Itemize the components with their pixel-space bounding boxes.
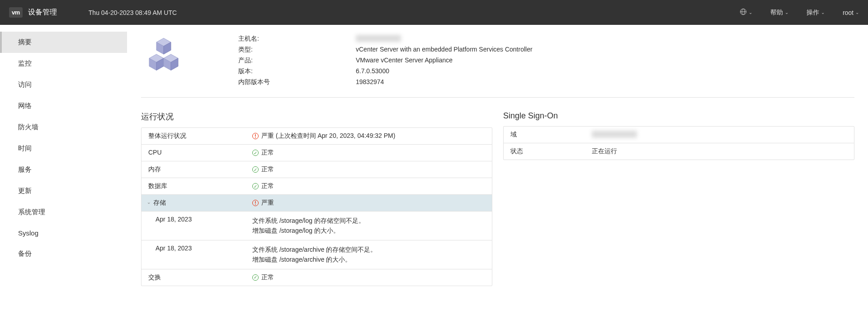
sso-status-value: 正在运行 bbox=[592, 147, 847, 155]
sidebar-item-time[interactable]: 时间 bbox=[0, 138, 127, 159]
hostname-label: 主机名: bbox=[238, 35, 356, 43]
health-row-swap: 交换 ✓ 正常 bbox=[142, 269, 492, 286]
top-header: vm 设备管理 Thu 04-20-2023 08:49 AM UTC ⌄ 帮助… bbox=[0, 0, 868, 25]
health-row-cpu: CPU ✓ 正常 bbox=[142, 145, 492, 161]
actions-menu[interactable]: 操作 ⌄ bbox=[807, 9, 825, 17]
health-storage-detail-2: Apr 18, 2023 文件系统 /storage/archive 的存储空间… bbox=[142, 240, 492, 269]
ok-status-icon: ✓ bbox=[252, 150, 259, 156]
swap-label: 交换 bbox=[148, 273, 252, 282]
version-label: 版本: bbox=[238, 67, 356, 75]
health-row-overall: 整体运行状况 ! 严重 (上次检查时间 Apr 20, 2023, 04:49:… bbox=[142, 128, 492, 145]
type-value: vCenter Server with an embedded Platform… bbox=[356, 46, 533, 54]
health-storage-detail-1: Apr 18, 2023 文件系统 /storage/log 的存储空间不足。 … bbox=[142, 212, 492, 240]
storage-status-text: 严重 bbox=[261, 199, 274, 207]
chevron-down-icon: ⌄ bbox=[855, 10, 859, 15]
health-row-memory: 内存 ✓ 正常 bbox=[142, 161, 492, 178]
app-title: 设备管理 bbox=[28, 8, 57, 17]
memory-status-text: 正常 bbox=[261, 165, 274, 174]
sso-table: 域 ████████ 状态 正在运行 bbox=[503, 126, 854, 160]
detail-message-line1: 文件系统 /storage/log 的存储空间不足。 bbox=[252, 216, 485, 226]
sso-row-domain: 域 ████████ bbox=[504, 127, 854, 143]
storage-label: 存储 bbox=[153, 199, 166, 207]
sidebar-item-administration[interactable]: 系统管理 bbox=[0, 202, 127, 223]
critical-status-icon: ! bbox=[252, 200, 259, 206]
sidebar-item-firewall[interactable]: 防火墙 bbox=[0, 117, 127, 138]
chevron-down-icon: ⌄ bbox=[785, 10, 788, 15]
cpu-label: CPU bbox=[148, 149, 252, 156]
memory-label: 内存 bbox=[148, 165, 252, 174]
health-row-database: 数据库 ✓ 正常 bbox=[142, 178, 492, 195]
product-value: VMware vCenter Server Appliance bbox=[356, 56, 453, 65]
product-label: 产品: bbox=[238, 56, 356, 65]
sso-panel: Single Sign-On 域 ████████ 状态 正在运行 bbox=[503, 111, 854, 286]
detail-message-line1: 文件系统 /storage/archive 的存储空间不足。 bbox=[252, 245, 485, 254]
sidebar-item-syslog[interactable]: Syslog bbox=[0, 223, 127, 243]
detail-date: Apr 18, 2023 bbox=[148, 245, 252, 252]
ok-status-icon: ✓ bbox=[252, 274, 259, 281]
sidebar-item-monitor[interactable]: 监控 bbox=[0, 53, 127, 74]
detail-message-line2: 增加磁盘 /storage/log 的大小。 bbox=[252, 226, 485, 235]
chevron-down-icon: ⌄ bbox=[821, 10, 825, 15]
sso-title: Single Sign-On bbox=[503, 111, 854, 121]
overall-health-label: 整体运行状况 bbox=[148, 132, 252, 140]
language-menu[interactable]: ⌄ bbox=[740, 8, 752, 17]
vmware-logo-icon: vm bbox=[9, 7, 23, 18]
swap-status-text: 正常 bbox=[261, 273, 274, 282]
type-label: 类型: bbox=[238, 46, 356, 54]
sidebar-item-services[interactable]: 服务 bbox=[0, 159, 127, 180]
critical-status-icon: ! bbox=[252, 133, 259, 139]
detail-date: Apr 18, 2023 bbox=[148, 216, 252, 223]
user-menu[interactable]: root ⌄ bbox=[843, 9, 859, 16]
help-menu[interactable]: 帮助 ⌄ bbox=[770, 9, 788, 17]
sidebar-item-summary[interactable]: 摘要 bbox=[0, 32, 127, 53]
sidebar: 摘要 监控 访问 网络 防火墙 时间 服务 更新 系统管理 Syslog 备份 bbox=[0, 25, 127, 320]
sso-row-status: 状态 正在运行 bbox=[504, 143, 854, 160]
appliance-cubes-icon bbox=[146, 35, 186, 75]
main-content: 主机名: ████████ 类型: vCenter Server with an… bbox=[127, 25, 868, 320]
sso-domain-value: ████████ bbox=[592, 131, 847, 139]
health-panel: 运行状况 整体运行状况 ! 严重 (上次检查时间 Apr 20, 2023, 0… bbox=[141, 111, 492, 286]
build-label: 内部版本号 bbox=[238, 78, 356, 86]
database-status-text: 正常 bbox=[261, 182, 274, 190]
header-datetime: Thu 04-20-2023 08:49 AM UTC bbox=[89, 9, 177, 16]
cpu-status-text: 正常 bbox=[261, 149, 274, 157]
detail-message-line2: 增加磁盘 /storage/archive 的大小。 bbox=[252, 254, 485, 264]
health-row-storage[interactable]: › 存储 ! 严重 bbox=[142, 195, 492, 212]
sso-domain-label: 域 bbox=[510, 131, 592, 139]
sidebar-item-networking[interactable]: 网络 bbox=[0, 95, 127, 117]
overall-check-time: (上次检查时间 Apr 20, 2023, 04:49:32 PM) bbox=[274, 132, 395, 139]
ok-status-icon: ✓ bbox=[252, 166, 259, 173]
database-label: 数据库 bbox=[148, 182, 252, 190]
chevron-down-icon: ⌄ bbox=[749, 10, 752, 15]
version-value: 6.7.0.53000 bbox=[356, 67, 389, 75]
health-table: 整体运行状况 ! 严重 (上次检查时间 Apr 20, 2023, 04:49:… bbox=[141, 127, 492, 286]
sidebar-item-access[interactable]: 访问 bbox=[0, 74, 127, 95]
sso-status-label: 状态 bbox=[510, 147, 592, 155]
health-title: 运行状况 bbox=[141, 111, 492, 122]
ok-status-icon: ✓ bbox=[252, 183, 259, 189]
appliance-summary: 主机名: ████████ 类型: vCenter Server with an… bbox=[141, 35, 854, 98]
overall-status-text: 严重 bbox=[261, 132, 274, 139]
sidebar-item-backup[interactable]: 备份 bbox=[0, 243, 127, 264]
sidebar-item-update[interactable]: 更新 bbox=[0, 180, 127, 202]
chevron-down-icon: › bbox=[146, 202, 151, 203]
build-value: 19832974 bbox=[356, 78, 384, 86]
globe-icon bbox=[740, 8, 747, 17]
hostname-value: ████████ bbox=[356, 35, 401, 43]
